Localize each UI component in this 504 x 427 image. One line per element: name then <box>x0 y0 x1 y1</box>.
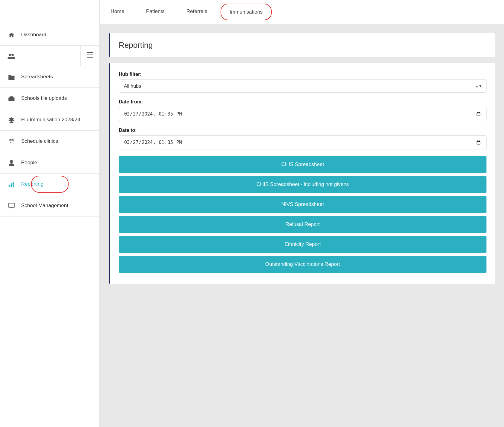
chis-spreadsheet-not-givens-button[interactable]: CHIS Spreadsheet - including not givens <box>119 176 486 193</box>
sidebar-item-school-management[interactable]: School Management <box>0 195 99 217</box>
content-area: Reporting Hub filter: All hubs Date from… <box>100 24 504 427</box>
folder-icon <box>7 73 16 81</box>
date-to-label: Date to: <box>119 128 486 133</box>
svg-rect-5 <box>8 97 15 101</box>
reporting-title-card: Reporting <box>109 33 495 57</box>
date-from-input[interactable] <box>119 107 486 121</box>
refusal-report-button[interactable]: Refusal Report <box>119 216 486 233</box>
tab-home[interactable]: Home <box>100 0 135 24</box>
outstanding-vaccinations-report-button[interactable]: Outstanding Vaccinations Report <box>119 256 486 273</box>
sidebar-item-spreadsheets[interactable]: Spreadsheets <box>0 66 99 88</box>
briefcase-icon <box>7 94 16 102</box>
tab-referrals-label: Referrals <box>186 8 207 15</box>
ethnicity-report-button[interactable]: Ethnicity Report <box>119 236 486 253</box>
sidebar-item-people[interactable]: People <box>0 152 99 174</box>
sidebar: Dashboard Spreadsheets Schools file uplo… <box>0 24 100 427</box>
nav-tabs: Home Patients Referrals Immunisations <box>100 0 274 24</box>
tab-referrals[interactable]: Referrals <box>176 0 218 24</box>
top-nav: Home Patients Referrals Immunisations <box>0 0 504 24</box>
svg-point-8 <box>10 160 13 163</box>
hub-filter-group: Hub filter: All hubs <box>119 72 486 93</box>
calendar-icon <box>7 137 16 145</box>
svg-point-0 <box>9 54 11 56</box>
svg-rect-6 <box>9 139 14 144</box>
sidebar-item-people-label: People <box>21 160 37 166</box>
sidebar-item-reporting-label: Reporting <box>21 181 44 187</box>
sidebar-item-dashboard[interactable]: Dashboard <box>0 24 99 46</box>
sidebar-item-patients[interactable] <box>0 46 80 66</box>
date-from-label: Date from: <box>119 99 486 105</box>
home-icon <box>7 31 16 39</box>
sidebar-item-school-management-label: School Management <box>21 203 68 209</box>
tab-immunisations-label: Immunisations <box>230 9 263 15</box>
sidebar-item-flu-immunisation-label: Flu Immunisation 2023/24 <box>21 117 80 123</box>
sidebar-item-flu-immunisation[interactable]: Flu Immunisation 2023/24 <box>0 109 99 131</box>
page-title: Reporting <box>119 41 153 50</box>
main-layout: Dashboard Spreadsheets Schools file uplo… <box>0 24 504 427</box>
hub-filter-label: Hub filter: <box>119 72 486 77</box>
sidebar-item-dashboard-label: Dashboard <box>21 32 46 38</box>
monitor-icon <box>7 202 16 210</box>
tab-immunisations[interactable]: Immunisations <box>221 4 272 20</box>
svg-rect-9 <box>9 185 10 187</box>
date-from-group: Date from: <box>119 99 486 121</box>
hamburger-icon[interactable] <box>80 46 99 66</box>
sidebar-item-schools-file-uploads[interactable]: Schools file uploads <box>0 88 99 109</box>
hub-filter-select[interactable]: All hubs <box>119 80 486 93</box>
tab-home-label: Home <box>111 8 124 15</box>
card-body: Hub filter: All hubs Date from: Date to: <box>109 63 495 284</box>
tab-patients[interactable]: Patients <box>135 0 175 24</box>
people-group-icon <box>7 53 15 59</box>
nivs-spreadsheet-button[interactable]: NIVS Spreadsheet <box>119 196 486 213</box>
date-to-input[interactable] <box>119 135 486 149</box>
chart-icon <box>7 180 16 188</box>
sidebar-item-schedule-clinics-label: Schedule clinics <box>21 138 58 144</box>
svg-rect-12 <box>8 203 15 207</box>
svg-rect-2 <box>87 52 93 53</box>
svg-point-1 <box>11 54 14 56</box>
date-to-group: Date to: <box>119 128 486 149</box>
sidebar-item-reporting[interactable]: Reporting <box>0 174 99 195</box>
nav-spacer <box>0 0 100 24</box>
svg-rect-4 <box>87 57 93 58</box>
card-header: Reporting <box>109 33 495 57</box>
svg-rect-10 <box>11 184 12 187</box>
svg-rect-3 <box>87 55 93 56</box>
svg-rect-7 <box>10 142 11 143</box>
reporting-form-card: Hub filter: All hubs Date from: Date to: <box>109 63 495 284</box>
sidebar-item-patients-group <box>0 46 99 66</box>
sidebar-item-schedule-clinics[interactable]: Schedule clinics <box>0 131 99 152</box>
svg-rect-11 <box>13 182 14 187</box>
chis-spreadsheet-button[interactable]: CHIS Spreadsheet <box>119 156 486 173</box>
person-icon <box>7 159 16 167</box>
sidebar-item-schools-file-uploads-label: Schools file uploads <box>21 95 67 101</box>
layers-icon <box>7 116 16 124</box>
tab-patients-label: Patients <box>146 8 164 15</box>
sidebar-item-spreadsheets-label: Spreadsheets <box>21 74 53 80</box>
hub-filter-select-wrapper: All hubs <box>119 80 486 93</box>
